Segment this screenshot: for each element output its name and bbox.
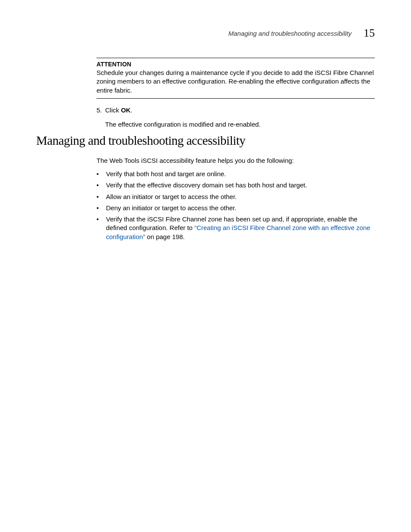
- bullet-icon: •: [97, 204, 106, 212]
- step-number: 5.: [97, 106, 105, 115]
- list-item: • Verify that the effective discovery do…: [97, 181, 375, 190]
- main-content: ATTENTION Schedule your changes during a…: [97, 58, 375, 128]
- step-result: The effective configuration is modified …: [105, 121, 375, 128]
- bullet-icon: •: [97, 181, 106, 190]
- bullet-text: Allow an initiator or target to access t…: [106, 193, 375, 201]
- section-intro: The Web Tools iSCSI accessibility featur…: [97, 157, 375, 164]
- step-list: 5. Click OK. The effective configuration…: [97, 106, 375, 128]
- running-header: Managing and troubleshooting accessibili…: [228, 27, 375, 40]
- list-item: • Allow an initiator or target to access…: [97, 193, 375, 201]
- bullet-text: Deny an initiator or target to access th…: [106, 204, 375, 212]
- bullet-text: Verify that the effective discovery doma…: [106, 181, 375, 190]
- list-item: • Verify that the iSCSI Fibre Channel zo…: [97, 215, 375, 241]
- step-suffix: .: [131, 106, 132, 114]
- attention-label: ATTENTION: [97, 61, 375, 68]
- header-title: Managing and troubleshooting accessibili…: [228, 30, 352, 37]
- bullet-list: • Verify that both host and target are o…: [97, 170, 375, 244]
- bullet-icon: •: [97, 193, 106, 201]
- bullet-text: Verify that both host and target are onl…: [106, 170, 375, 178]
- step-bold: OK: [121, 106, 131, 114]
- list-item: • Deny an initiator or target to access …: [97, 204, 375, 212]
- bullet-icon: •: [97, 170, 106, 178]
- attention-body: Schedule your changes during a maintenan…: [97, 68, 375, 95]
- section-heading: Managing and troubleshooting accessibili…: [36, 134, 246, 148]
- step-prefix: Click: [105, 106, 121, 114]
- step-item: 5. Click OK.: [97, 106, 375, 115]
- list-item: • Verify that both host and target are o…: [97, 170, 375, 178]
- bullet-suffix: on page 198.: [145, 233, 185, 240]
- bullet-text: Verify that the iSCSI Fibre Channel zone…: [106, 215, 375, 241]
- chapter-number: 15: [364, 27, 375, 40]
- attention-box: ATTENTION Schedule your changes during a…: [97, 58, 375, 99]
- bullet-icon: •: [97, 215, 106, 241]
- step-text: Click OK.: [105, 106, 375, 115]
